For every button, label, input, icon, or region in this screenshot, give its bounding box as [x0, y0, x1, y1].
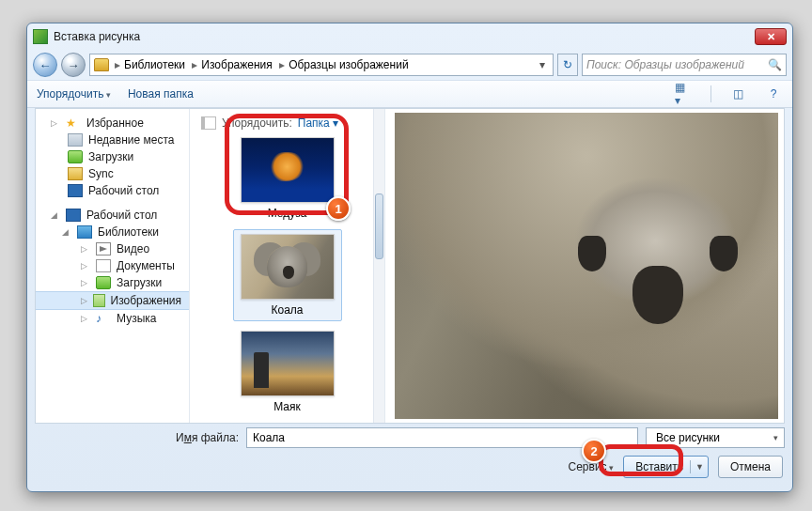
- app-icon: [33, 29, 48, 44]
- music-icon: ♪: [96, 312, 111, 325]
- path-dropdown-icon[interactable]: ▾: [536, 58, 549, 71]
- separator: [710, 85, 711, 102]
- video-icon: [96, 242, 111, 256]
- annotation-badge-1: 1: [326, 196, 351, 221]
- cancel-button[interactable]: Отмена: [718, 456, 783, 478]
- sidebar: ▷★ Избранное Недавние места Загрузки Syn…: [36, 109, 190, 423]
- breadcrumb[interactable]: ▸Библиотеки ▸Изображения ▸Образцы изобра…: [113, 58, 411, 71]
- nav-row: ← → ▸Библиотеки ▸Изображения ▸Образцы из…: [27, 50, 792, 80]
- sidebar-desktop-header[interactable]: ◢ Рабочий стол: [36, 207, 189, 224]
- help-button[interactable]: ?: [764, 85, 783, 102]
- thumb-jellyfish-image: [241, 137, 335, 203]
- refresh-button[interactable]: ↻: [557, 54, 578, 76]
- thumb-koala-label: Коала: [234, 303, 341, 317]
- scrollbar-thumb[interactable]: [375, 194, 383, 259]
- search-icon: 🔍: [768, 58, 782, 71]
- sidebar-item-sync[interactable]: Sync: [36, 165, 189, 182]
- annotation-badge-2: 2: [582, 439, 606, 463]
- arrange-value[interactable]: Папка ▾: [298, 116, 338, 130]
- preview-image: [395, 113, 778, 419]
- sync-icon: [68, 167, 83, 180]
- recent-icon: [68, 133, 83, 147]
- organize-menu[interactable]: Упорядочить: [37, 87, 111, 101]
- arrange-label: Упорядочить:: [222, 116, 292, 130]
- thumb-scrollbar[interactable]: [373, 109, 384, 423]
- close-button[interactable]: ✕: [755, 28, 787, 45]
- sidebar-item-music[interactable]: ▷♪Музыка: [36, 310, 189, 327]
- sidebar-item-downloads2[interactable]: ▷Загрузки: [36, 274, 189, 291]
- sidebar-item-desktop[interactable]: Рабочий стол: [36, 182, 189, 199]
- library-header-icon: [201, 116, 216, 130]
- view-mode-button[interactable]: ▦ ▾: [675, 85, 694, 102]
- document-icon: [96, 259, 111, 272]
- star-icon: ★: [66, 116, 81, 130]
- new-folder-button[interactable]: Новая папка: [128, 87, 194, 101]
- thumb-koala[interactable]: Коала: [233, 229, 342, 321]
- sidebar-libraries-header[interactable]: ◢ Библиотеки: [36, 224, 189, 240]
- filename-input[interactable]: Коала: [246, 427, 638, 448]
- breadcrumb-bar[interactable]: ▸Библиотеки ▸Изображения ▸Образцы изобра…: [89, 54, 554, 76]
- thumb-koala-image: [241, 234, 335, 300]
- toolbar: Упорядочить Новая папка ▦ ▾ ◫ ?: [27, 80, 792, 108]
- footer: Имя файла: Коала Все рисунки Сервис Вста…: [35, 427, 785, 486]
- chevron-down-icon[interactable]: ▼: [695, 462, 704, 472]
- folder-icon: [94, 58, 109, 71]
- image-icon: [93, 294, 104, 307]
- download-icon: [96, 276, 111, 289]
- thumb-lighthouse-label: Маяк: [233, 400, 342, 413]
- sidebar-item-video[interactable]: ▷Видео: [36, 240, 189, 257]
- sidebar-item-recent[interactable]: Недавние места: [36, 132, 189, 148]
- download-icon: [68, 150, 83, 163]
- sidebar-favorites-header[interactable]: ▷★ Избранное: [36, 115, 189, 132]
- nav-back-button[interactable]: ←: [33, 53, 57, 77]
- thumbnail-list: Упорядочить: Папка ▾ Медуза Коала Маяк: [190, 109, 385, 423]
- sidebar-item-downloads[interactable]: Загрузки: [36, 148, 189, 165]
- search-placeholder: Поиск: Образцы изображений: [586, 58, 744, 71]
- filename-label: Имя файла:: [176, 431, 239, 444]
- dialog-window: Вставка рисунка ✕ ← → ▸Библиотеки ▸Изобр…: [26, 23, 793, 492]
- thumb-lighthouse-image: [241, 331, 335, 396]
- titlebar[interactable]: Вставка рисунка ✕: [27, 23, 792, 50]
- search-input[interactable]: Поиск: Образцы изображений 🔍: [582, 54, 787, 76]
- monitor-icon: [66, 209, 81, 222]
- insert-button[interactable]: Вставить▼: [623, 456, 709, 478]
- arrange-bar: Упорядочить: Папка ▾: [197, 115, 377, 137]
- nav-forward-button[interactable]: →: [61, 53, 86, 77]
- window-title: Вставка рисунка: [54, 30, 755, 43]
- monitor-icon: [68, 184, 83, 197]
- preview-pane-button[interactable]: ◫: [728, 85, 747, 102]
- sidebar-item-documents[interactable]: ▷Документы: [36, 257, 189, 274]
- thumb-lighthouse[interactable]: Маяк: [233, 331, 342, 413]
- preview-pane: [385, 109, 784, 423]
- filetype-dropdown[interactable]: Все рисунки: [646, 427, 785, 448]
- library-icon: [77, 225, 92, 239]
- sidebar-item-images[interactable]: ▷Изображения: [36, 291, 189, 310]
- content-area: ▷★ Избранное Недавние места Загрузки Syn…: [35, 108, 785, 424]
